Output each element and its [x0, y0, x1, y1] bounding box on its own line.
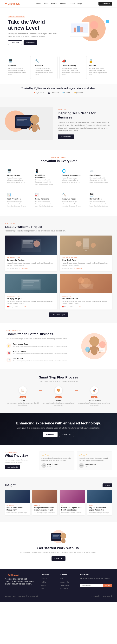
footer-privacy-link[interactable]: Privacy Policy: [91, 595, 100, 597]
testimonial-card-1: ★★★★★ Nec scelerisque feugiat ullamcorpe…: [77, 452, 112, 470]
about-illustration: [12, 110, 41, 136]
svg-rect-5: [77, 26, 80, 32]
footer-link-travel[interactable]: Travel Support: [60, 584, 70, 586]
inno-title-7: Hardware Rent: [90, 198, 110, 200]
logo-earth: EARTH: [63, 92, 70, 94]
insight-header: Insight View All: [5, 483, 112, 487]
project-meta: 📅 1 August 2023 → Learn More: [62, 306, 110, 308]
portfolio-section: PORTFOLIO Latest Awesome Project Nec sce…: [0, 216, 117, 324]
footer-link-no-service[interactable]: No Service: [60, 588, 68, 590]
footer-bottom: Copyright © 2023 | Craftmaya. All Rights…: [5, 593, 112, 597]
project-img-moxpay: [5, 274, 57, 294]
inno-icon-1: 📱: [35, 169, 55, 173]
nav-portfolio[interactable]: Portfolio: [59, 2, 66, 4]
project-category: GRAPHIC DESIGN: [7, 295, 55, 297]
cf-title-0: Experienced Team: [13, 343, 68, 345]
newsletter-email-input[interactable]: [80, 584, 103, 587]
testimonial-card-0: ★★★★★ Nec scelerisque feugiat ullamcorpe…: [39, 452, 74, 470]
footer-link-about[interactable]: About Us: [41, 578, 47, 580]
nav-about[interactable]: About: [44, 2, 48, 4]
cf-content-0: Experienced Team Nec scelerisque feugiat…: [13, 343, 68, 348]
avatar-0: SR: [41, 463, 46, 468]
footer-link-services[interactable]: Services: [41, 584, 46, 586]
learn-more-link[interactable]: → Learn More: [74, 306, 82, 308]
project-body-moxpay: GRAPHIC DESIGN Moxpay Project Nec sceler…: [5, 294, 57, 310]
svg-rect-15: [17, 120, 24, 121]
inno-desc-4: Nec scelerisque feugiat ullamcorper conv…: [7, 201, 27, 207]
hero-badge: Welcome to Craftmaya: [8, 16, 25, 18]
cf-item-1: 🎯 Reliable Service Nec scelerisque feugi…: [6, 350, 73, 355]
svg-rect-17: [21, 128, 27, 129]
view-all-button[interactable]: View All: [103, 484, 112, 487]
footer-policy-links: Privacy Policy Terms & Cond.: [91, 595, 112, 597]
committed-text: WHY CHOOSE US Committed to Better Busine…: [6, 330, 73, 362]
feature-title: Software: [8, 64, 28, 66]
inno-icon-0: 🖥️: [7, 169, 27, 173]
project-body-monta: EDUCATION Monta University Nec scelerisq…: [60, 294, 112, 310]
author-info-1: Scott Ruvelles Client: [85, 464, 96, 467]
inno-item-0: 🖥️ Website Design Nec scelerisque feugia…: [5, 167, 30, 188]
inno-title-6: Hardware Repair: [62, 198, 82, 200]
next-testimonial-button[interactable]: Next Testimonial: [5, 465, 20, 469]
view-more-button[interactable]: View More Project: [49, 312, 68, 317]
feature-title: Security: [89, 64, 109, 66]
footer-link-faq[interactable]: FAQ: [60, 578, 63, 580]
marketing-icon: 📣: [62, 59, 82, 63]
step-num-2: Step 3: [91, 396, 98, 398]
learn-more-link[interactable]: → Learn More: [19, 268, 27, 269]
nav-service[interactable]: Service: [51, 2, 57, 4]
project-body-kingtech: WEB DEVELOPMENT King Tech App Nec sceler…: [60, 255, 112, 271]
footer-link-privacy[interactable]: Privacy Policy: [60, 581, 70, 583]
cta-contact-button[interactable]: Contact Us: [59, 432, 74, 437]
view-more-container: View More Project: [5, 312, 112, 317]
get-started-title: Get started work with us.: [5, 546, 112, 550]
trusted-section: Trusted by 25,000+ world-class brands an…: [0, 84, 117, 97]
hero-description: Lorem ipsum dolor sit amet, consectetur …: [8, 32, 60, 38]
inno-item-6: 🔨 Hardware Repair Nec scelerisque feugia…: [60, 190, 85, 210]
svg-point-48: [85, 347, 90, 352]
footer-company-links: About Us Portfolio Services Blog: [41, 577, 57, 590]
inno-title-2: Network Management: [62, 174, 82, 176]
svg-point-56: [60, 533, 66, 539]
nav-home[interactable]: Home: [36, 2, 41, 4]
reliable-service-icon: 🎯: [6, 350, 11, 355]
stars-0: ★★★★★: [41, 454, 72, 456]
footer-terms-link[interactable]: Terms & Cond.: [102, 595, 112, 597]
discover-more-button[interactable]: Discover More: [58, 134, 74, 139]
get-started-button[interactable]: Get Started: [23, 40, 37, 45]
testimonial-left: TESTIMONIALS What They Say Nec scelerisq…: [5, 452, 34, 469]
inno-desc-0: Nec scelerisque feugiat ullamcorper conv…: [7, 177, 27, 184]
project-category: EDUCATION: [62, 295, 110, 297]
svg-rect-54: [53, 535, 59, 536]
svg-point-43: [89, 336, 99, 346]
testimonial-description: Nec scelerisque feugiat ullamcorper conv…: [5, 459, 34, 464]
footer-link-blog[interactable]: Blog: [41, 588, 44, 590]
nav-cta-button[interactable]: Get Started: [99, 2, 112, 6]
svg-rect-37: [23, 284, 36, 284]
footer-link-portfolio[interactable]: Portfolio: [41, 581, 46, 583]
step-desc-0: Nec scelerisque feugiat ullamcorper conv…: [6, 402, 39, 406]
learn-more-button[interactable]: Learn More: [8, 40, 22, 45]
project-card-moxpay: GRAPHIC DESIGN Moxpay Project Nec sceler…: [5, 274, 57, 310]
svg-rect-6: [80, 27, 83, 32]
learn-more-link[interactable]: → Learn More: [74, 268, 82, 269]
svg-rect-24: [23, 240, 33, 242]
learn-more-link[interactable]: → Learn More: [19, 306, 27, 308]
site-logo[interactable]: ✦ Craftmaya: [5, 2, 19, 5]
insight-card-3: Search Why You Need Search Engine Optimi…: [87, 490, 112, 516]
portfolio-title: Latest Awesome Project: [5, 225, 112, 229]
nav-page[interactable]: Page: [78, 2, 82, 4]
insight-desc-3: Nec scelerisque feugiat ullamcorper.: [89, 512, 111, 514]
newsletter-signup-button[interactable]: Sign Up: [103, 584, 112, 587]
moxpay-illustration: [20, 276, 42, 292]
feature-card-security: 🔒 Security Nec scelerisque feugiat ullam…: [86, 56, 111, 79]
project-meta: 📅 1 August 2023 → Learn More: [62, 268, 110, 269]
cta-client-info-button[interactable]: Client Info: [43, 432, 58, 437]
nav-contact[interactable]: Contact: [69, 2, 75, 4]
inno-item-1: 📱 Social Media Management Nec scelerisqu…: [32, 167, 57, 188]
monta-illustration: [75, 276, 97, 292]
step-num-1: Step 2: [55, 396, 62, 398]
contact-us-button[interactable]: Contact Us: [51, 556, 65, 561]
svg-rect-26: [23, 243, 32, 244]
project-date: 📅 1 August 2023: [62, 268, 73, 269]
